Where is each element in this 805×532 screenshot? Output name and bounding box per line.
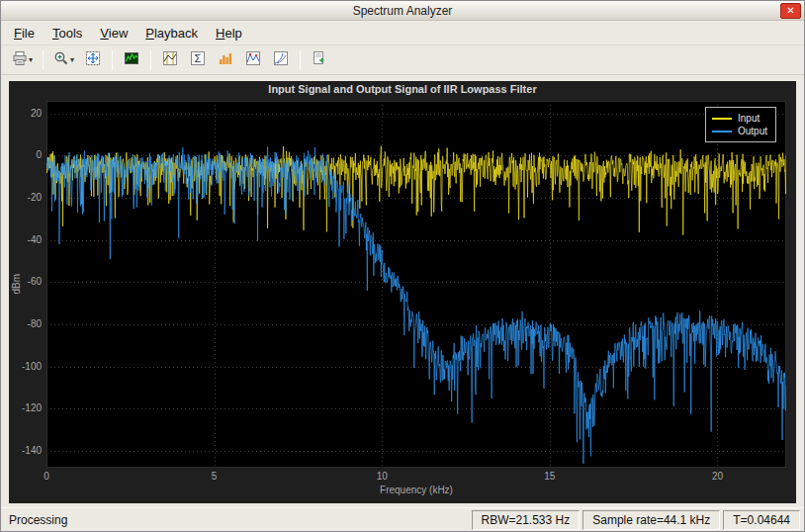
figure-area: Input Signal and Output Signal of IIR Lo… — [9, 81, 796, 503]
legend[interactable]: InputOutput — [705, 107, 776, 142]
spectrum-settings-button[interactable] — [119, 48, 144, 72]
magnifier-icon — [53, 50, 69, 69]
status-segment: Sample rate=44.1 kHz — [582, 510, 720, 530]
status-bar: Processing RBW=21.533 HzSample rate=44.1… — [1, 507, 804, 531]
toolbar-separator — [43, 50, 44, 70]
legend-entry[interactable]: Output — [712, 126, 767, 136]
peak-finder-button[interactable] — [213, 48, 238, 72]
status-message: Processing — [9, 513, 469, 527]
spectrum-analyzer-window: Spectrum Analyzer ✕ FileToolsViewPlaybac… — [0, 0, 805, 532]
signal-statistics-button[interactable]: Σ — [185, 48, 211, 72]
y-tick-label: -40 — [9, 234, 42, 245]
plot-title: Input Signal and Output Signal of IIR Lo… — [9, 83, 796, 95]
distortion-measurements-button[interactable] — [240, 48, 266, 72]
cursors-icon — [162, 50, 178, 69]
ccdf-icon — [273, 50, 289, 69]
dropdown-arrow-icon[interactable]: ▾ — [70, 55, 74, 64]
x-axis-label: Frequency (kHz) — [46, 485, 786, 495]
legend-entry[interactable]: Input — [712, 113, 767, 124]
y-tick-label: 0 — [9, 149, 42, 160]
svg-text:Σ: Σ — [195, 52, 202, 64]
distortion-icon — [245, 50, 261, 69]
fit-icon — [85, 50, 101, 69]
peaks-icon — [218, 50, 233, 69]
y-tick-label: 20 — [9, 108, 42, 119]
legend-line-sample — [712, 131, 732, 133]
menu-bar: FileToolsViewPlaybackHelp — [1, 21, 804, 45]
y-tick-label: -80 — [9, 318, 42, 329]
toolbar-separator — [150, 50, 151, 70]
legend-label: Input — [738, 113, 760, 124]
menu-item-playback[interactable]: Playback — [136, 21, 207, 44]
y-tick-label: -20 — [9, 192, 42, 203]
print-button[interactable]: ▾ — [8, 48, 37, 72]
menu-item-help[interactable]: Help — [207, 21, 251, 44]
status-segments: RBW=21.533 HzSample rate=44.1 kHzT=0.046… — [469, 510, 801, 530]
menu-item-view[interactable]: View — [91, 21, 136, 44]
y-tick-label: -60 — [9, 276, 42, 287]
x-tick-label: 5 — [203, 471, 226, 482]
menu-item-tools[interactable]: Tools — [44, 21, 91, 44]
x-tick-label: 15 — [538, 471, 562, 482]
y-tick-label: -100 — [9, 361, 42, 372]
export-icon — [312, 50, 327, 69]
playback-export-button[interactable] — [307, 48, 332, 72]
toolbar-separator — [112, 50, 113, 70]
toolbar: ▾▾Σ — [1, 45, 804, 75]
zoom-in-button[interactable]: ▾ — [49, 48, 78, 72]
legend-label: Output — [738, 126, 767, 136]
plot-canvas[interactable] — [46, 101, 786, 468]
printer-icon — [12, 50, 28, 69]
stats-icon: Σ — [190, 50, 206, 69]
spectrum-icon — [124, 50, 139, 69]
y-tick-label: -120 — [9, 402, 42, 413]
toolbar-separator — [300, 50, 301, 70]
title-bar: Spectrum Analyzer ✕ — [1, 1, 804, 21]
x-tick-label: 0 — [35, 471, 58, 482]
x-tick-label: 10 — [370, 471, 394, 482]
legend-line-sample — [712, 118, 732, 120]
close-icon: ✕ — [786, 5, 794, 16]
dropdown-arrow-icon[interactable]: ▾ — [29, 55, 33, 64]
ccdf-measurements-button[interactable] — [268, 48, 294, 72]
y-tick-label: -140 — [9, 445, 42, 456]
x-tick-label: 20 — [705, 471, 729, 482]
menu-item-file[interactable]: File — [5, 21, 44, 44]
status-segment: T=0.04644 — [723, 510, 800, 530]
scale-axes-fit-button[interactable] — [80, 48, 106, 72]
window-title: Spectrum Analyzer — [353, 4, 453, 18]
cursor-measurements-button[interactable] — [157, 48, 183, 72]
status-segment: RBW=21.533 Hz — [472, 510, 581, 530]
close-button[interactable]: ✕ — [780, 3, 801, 19]
